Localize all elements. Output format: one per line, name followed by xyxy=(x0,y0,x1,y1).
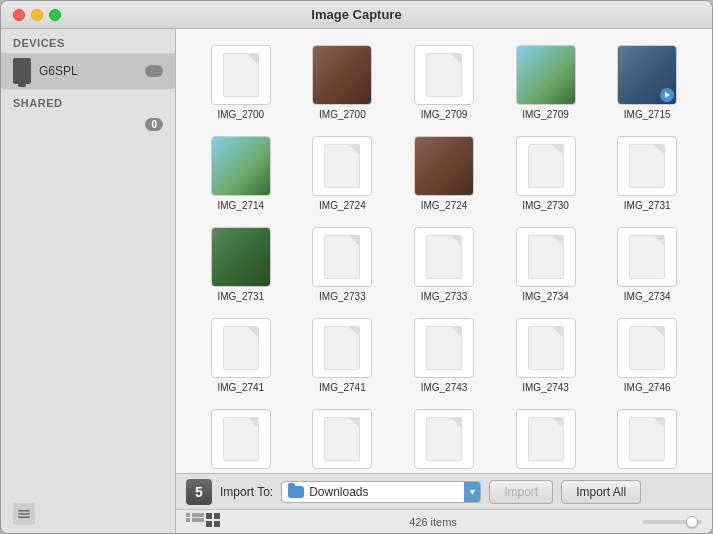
file-name: IMG_2731 xyxy=(217,291,264,302)
svg-rect-9 xyxy=(214,513,220,519)
list-item[interactable]: IMG_2731 xyxy=(192,223,290,306)
file-name: IMG_2709 xyxy=(522,109,569,120)
list-item[interactable]: IMG_2730 xyxy=(497,132,595,215)
file-name: IMG_2724 xyxy=(421,200,468,211)
file-name: IMG_2743 xyxy=(421,382,468,393)
file-thumbnail xyxy=(211,227,271,287)
status-bar: 426 items xyxy=(176,509,712,533)
file-thumbnail xyxy=(516,45,576,105)
list-item[interactable]: IMG_2746 xyxy=(192,405,290,473)
sidebar: DEVICES G6SPL SHARED 0 xyxy=(1,29,176,533)
import-toolbar: 5 Import To: Downloads ▾ Import Import A… xyxy=(176,473,712,509)
file-name: IMG_2733 xyxy=(421,291,468,302)
list-item[interactable]: IMG_2746 xyxy=(598,314,696,397)
file-thumbnail xyxy=(617,318,677,378)
list-item[interactable]: IMG_2700 xyxy=(294,41,392,124)
file-thumbnail xyxy=(312,45,372,105)
app-icon: 5 xyxy=(186,479,212,505)
file-name: IMG_2709 xyxy=(421,109,468,120)
file-name: IMG_2731 xyxy=(624,200,671,211)
svg-rect-8 xyxy=(206,513,212,519)
list-item[interactable]: IMG_2741 xyxy=(192,314,290,397)
file-thumbnail xyxy=(211,318,271,378)
list-item[interactable]: IMG_2743 xyxy=(497,314,595,397)
file-name: IMG_2734 xyxy=(624,291,671,302)
close-button[interactable] xyxy=(13,9,25,21)
list-item[interactable]: IMG_2724 xyxy=(294,132,392,215)
grid-view-icon[interactable] xyxy=(206,513,224,531)
file-thumbnail xyxy=(414,45,474,105)
item-count: 426 items xyxy=(232,516,634,528)
file-thumbnail xyxy=(414,227,474,287)
list-item[interactable]: IMG_2715 xyxy=(598,41,696,124)
minimize-button[interactable] xyxy=(31,9,43,21)
file-thumbnail xyxy=(617,45,677,105)
list-item[interactable]: IMG_2733 xyxy=(395,223,493,306)
list-view-icon[interactable] xyxy=(186,513,204,531)
list-item[interactable]: IMG_2761 xyxy=(395,405,493,473)
file-thumbnail xyxy=(312,409,372,469)
file-name: IMG_2746 xyxy=(624,382,671,393)
sidebar-item-shared[interactable]: 0 xyxy=(1,113,175,136)
file-name: IMG_2734 xyxy=(522,291,569,302)
file-thumbnail xyxy=(312,227,372,287)
file-thumbnail xyxy=(211,136,271,196)
file-thumbnail xyxy=(211,45,271,105)
list-item[interactable]: IMG_2731 xyxy=(598,132,696,215)
device-name: G6SPL xyxy=(39,64,137,78)
file-thumbnail xyxy=(516,136,576,196)
file-thumbnail xyxy=(516,227,576,287)
file-name: IMG_2724 xyxy=(319,200,366,211)
list-item[interactable]: IMG_2714 xyxy=(192,132,290,215)
file-area: IMG_2700IMG_2700IMG_2709IMG_2709IMG_2715… xyxy=(176,29,712,533)
import-destination-text: Downloads xyxy=(309,485,459,499)
file-name: IMG_2700 xyxy=(217,109,264,120)
file-name: IMG_2714 xyxy=(217,200,264,211)
import-all-button[interactable]: Import All xyxy=(561,480,641,504)
svg-rect-7 xyxy=(192,518,204,522)
list-item[interactable]: IMG_2709 xyxy=(497,41,595,124)
list-item[interactable]: IMG_2741 xyxy=(294,314,392,397)
list-item[interactable]: IMG_1065 xyxy=(598,405,696,473)
file-thumbnail xyxy=(617,136,677,196)
window-title: Image Capture xyxy=(311,7,401,22)
svg-rect-10 xyxy=(206,521,212,527)
file-thumbnail xyxy=(211,409,271,469)
svg-rect-11 xyxy=(214,521,220,527)
zoom-slider[interactable] xyxy=(642,520,702,524)
svg-marker-3 xyxy=(665,92,670,98)
file-thumbnail xyxy=(516,409,576,469)
svg-rect-2 xyxy=(18,517,30,519)
shared-count-badge: 0 xyxy=(145,118,163,131)
app-window: Image Capture DEVICES G6SPL SHARED 0 xyxy=(0,0,713,534)
file-thumbnail xyxy=(312,318,372,378)
view-toggle xyxy=(186,513,224,531)
import-settings-icon[interactable] xyxy=(13,503,35,525)
file-thumbnail xyxy=(516,318,576,378)
file-thumbnail xyxy=(414,409,474,469)
file-thumbnail xyxy=(617,227,677,287)
svg-rect-0 xyxy=(18,510,30,512)
list-item[interactable]: IMG_2709 xyxy=(395,41,493,124)
list-item[interactable]: IMG_2733 xyxy=(294,223,392,306)
sidebar-item-device[interactable]: G6SPL xyxy=(1,53,175,89)
list-item[interactable]: IMG_2724 xyxy=(395,132,493,215)
list-item[interactable]: IMG_2734 xyxy=(497,223,595,306)
import-destination-dropdown[interactable]: Downloads ▾ xyxy=(281,481,481,503)
shared-section-label: SHARED xyxy=(1,89,175,113)
file-name: IMG_2743 xyxy=(522,382,569,393)
import-button[interactable]: Import xyxy=(489,480,553,504)
folder-icon xyxy=(288,486,304,498)
list-item[interactable]: IMG_2761 xyxy=(294,405,392,473)
list-item[interactable]: IMG_1065 xyxy=(497,405,595,473)
import-to-label: Import To: xyxy=(220,485,273,499)
list-item[interactable]: IMG_2734 xyxy=(598,223,696,306)
svg-rect-1 xyxy=(18,513,30,515)
dropdown-arrow-icon: ▾ xyxy=(464,482,480,502)
file-name: IMG_2733 xyxy=(319,291,366,302)
maximize-button[interactable] xyxy=(49,9,61,21)
list-item[interactable]: IMG_2743 xyxy=(395,314,493,397)
file-name: IMG_2741 xyxy=(217,382,264,393)
list-item[interactable]: IMG_2700 xyxy=(192,41,290,124)
file-name: IMG_2700 xyxy=(319,109,366,120)
